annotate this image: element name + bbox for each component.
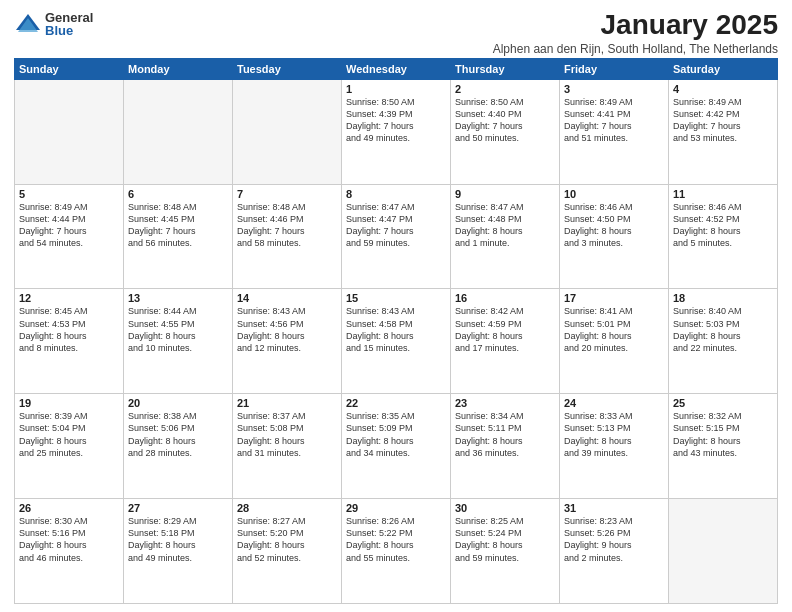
- week-row-0: 1Sunrise: 8:50 AM Sunset: 4:39 PM Daylig…: [15, 79, 778, 184]
- day-info: Sunrise: 8:43 AM Sunset: 4:58 PM Dayligh…: [346, 305, 446, 354]
- calendar-cell: 15Sunrise: 8:43 AM Sunset: 4:58 PM Dayli…: [342, 289, 451, 394]
- calendar-cell: 12Sunrise: 8:45 AM Sunset: 4:53 PM Dayli…: [15, 289, 124, 394]
- day-info: Sunrise: 8:40 AM Sunset: 5:03 PM Dayligh…: [673, 305, 773, 354]
- calendar-cell: 17Sunrise: 8:41 AM Sunset: 5:01 PM Dayli…: [560, 289, 669, 394]
- day-info: Sunrise: 8:34 AM Sunset: 5:11 PM Dayligh…: [455, 410, 555, 459]
- day-number: 11: [673, 188, 773, 200]
- calendar-cell: 30Sunrise: 8:25 AM Sunset: 5:24 PM Dayli…: [451, 499, 560, 604]
- day-number: 13: [128, 292, 228, 304]
- col-sunday: Sunday: [15, 58, 124, 79]
- calendar-cell: 27Sunrise: 8:29 AM Sunset: 5:18 PM Dayli…: [124, 499, 233, 604]
- day-number: 18: [673, 292, 773, 304]
- day-number: 16: [455, 292, 555, 304]
- day-number: 22: [346, 397, 446, 409]
- day-number: 30: [455, 502, 555, 514]
- day-info: Sunrise: 8:35 AM Sunset: 5:09 PM Dayligh…: [346, 410, 446, 459]
- day-info: Sunrise: 8:46 AM Sunset: 4:52 PM Dayligh…: [673, 201, 773, 250]
- day-info: Sunrise: 8:47 AM Sunset: 4:47 PM Dayligh…: [346, 201, 446, 250]
- day-info: Sunrise: 8:32 AM Sunset: 5:15 PM Dayligh…: [673, 410, 773, 459]
- day-number: 10: [564, 188, 664, 200]
- calendar-cell: [669, 499, 778, 604]
- week-row-4: 26Sunrise: 8:30 AM Sunset: 5:16 PM Dayli…: [15, 499, 778, 604]
- day-info: Sunrise: 8:29 AM Sunset: 5:18 PM Dayligh…: [128, 515, 228, 564]
- col-monday: Monday: [124, 58, 233, 79]
- day-number: 23: [455, 397, 555, 409]
- logo: General Blue: [14, 10, 93, 38]
- calendar-cell: 1Sunrise: 8:50 AM Sunset: 4:39 PM Daylig…: [342, 79, 451, 184]
- day-number: 4: [673, 83, 773, 95]
- day-number: 8: [346, 188, 446, 200]
- calendar-cell: 21Sunrise: 8:37 AM Sunset: 5:08 PM Dayli…: [233, 394, 342, 499]
- day-number: 2: [455, 83, 555, 95]
- day-info: Sunrise: 8:42 AM Sunset: 4:59 PM Dayligh…: [455, 305, 555, 354]
- day-info: Sunrise: 8:27 AM Sunset: 5:20 PM Dayligh…: [237, 515, 337, 564]
- header-row: Sunday Monday Tuesday Wednesday Thursday…: [15, 58, 778, 79]
- calendar-cell: 4Sunrise: 8:49 AM Sunset: 4:42 PM Daylig…: [669, 79, 778, 184]
- day-info: Sunrise: 8:47 AM Sunset: 4:48 PM Dayligh…: [455, 201, 555, 250]
- calendar-cell: [124, 79, 233, 184]
- day-number: 15: [346, 292, 446, 304]
- day-info: Sunrise: 8:23 AM Sunset: 5:26 PM Dayligh…: [564, 515, 664, 564]
- day-number: 24: [564, 397, 664, 409]
- header: General Blue January 2025 Alphen aan den…: [14, 10, 778, 56]
- day-info: Sunrise: 8:48 AM Sunset: 4:45 PM Dayligh…: [128, 201, 228, 250]
- calendar-cell: 29Sunrise: 8:26 AM Sunset: 5:22 PM Dayli…: [342, 499, 451, 604]
- day-number: 29: [346, 502, 446, 514]
- calendar-cell: 8Sunrise: 8:47 AM Sunset: 4:47 PM Daylig…: [342, 184, 451, 289]
- day-number: 3: [564, 83, 664, 95]
- day-info: Sunrise: 8:44 AM Sunset: 4:55 PM Dayligh…: [128, 305, 228, 354]
- day-number: 1: [346, 83, 446, 95]
- calendar-cell: 28Sunrise: 8:27 AM Sunset: 5:20 PM Dayli…: [233, 499, 342, 604]
- calendar-cell: [15, 79, 124, 184]
- day-info: Sunrise: 8:50 AM Sunset: 4:39 PM Dayligh…: [346, 96, 446, 145]
- day-number: 21: [237, 397, 337, 409]
- calendar-cell: 19Sunrise: 8:39 AM Sunset: 5:04 PM Dayli…: [15, 394, 124, 499]
- calendar-subtitle: Alphen aan den Rijn, South Holland, The …: [493, 42, 778, 56]
- page: General Blue January 2025 Alphen aan den…: [0, 0, 792, 612]
- calendar-cell: 7Sunrise: 8:48 AM Sunset: 4:46 PM Daylig…: [233, 184, 342, 289]
- day-info: Sunrise: 8:49 AM Sunset: 4:44 PM Dayligh…: [19, 201, 119, 250]
- calendar-cell: 23Sunrise: 8:34 AM Sunset: 5:11 PM Dayli…: [451, 394, 560, 499]
- calendar-cell: 18Sunrise: 8:40 AM Sunset: 5:03 PM Dayli…: [669, 289, 778, 394]
- logo-blue: Blue: [45, 24, 93, 37]
- calendar-table: Sunday Monday Tuesday Wednesday Thursday…: [14, 58, 778, 604]
- day-info: Sunrise: 8:43 AM Sunset: 4:56 PM Dayligh…: [237, 305, 337, 354]
- day-info: Sunrise: 8:41 AM Sunset: 5:01 PM Dayligh…: [564, 305, 664, 354]
- calendar-cell: 24Sunrise: 8:33 AM Sunset: 5:13 PM Dayli…: [560, 394, 669, 499]
- logo-icon: [14, 10, 42, 38]
- day-number: 17: [564, 292, 664, 304]
- day-number: 20: [128, 397, 228, 409]
- day-number: 6: [128, 188, 228, 200]
- calendar-cell: 16Sunrise: 8:42 AM Sunset: 4:59 PM Dayli…: [451, 289, 560, 394]
- calendar-cell: 14Sunrise: 8:43 AM Sunset: 4:56 PM Dayli…: [233, 289, 342, 394]
- day-number: 28: [237, 502, 337, 514]
- day-info: Sunrise: 8:25 AM Sunset: 5:24 PM Dayligh…: [455, 515, 555, 564]
- day-number: 27: [128, 502, 228, 514]
- day-number: 31: [564, 502, 664, 514]
- day-info: Sunrise: 8:30 AM Sunset: 5:16 PM Dayligh…: [19, 515, 119, 564]
- calendar-cell: 26Sunrise: 8:30 AM Sunset: 5:16 PM Dayli…: [15, 499, 124, 604]
- calendar-cell: 3Sunrise: 8:49 AM Sunset: 4:41 PM Daylig…: [560, 79, 669, 184]
- calendar-title: January 2025: [493, 10, 778, 41]
- title-block: January 2025 Alphen aan den Rijn, South …: [493, 10, 778, 56]
- calendar-cell: 31Sunrise: 8:23 AM Sunset: 5:26 PM Dayli…: [560, 499, 669, 604]
- day-number: 26: [19, 502, 119, 514]
- calendar-cell: 9Sunrise: 8:47 AM Sunset: 4:48 PM Daylig…: [451, 184, 560, 289]
- week-row-3: 19Sunrise: 8:39 AM Sunset: 5:04 PM Dayli…: [15, 394, 778, 499]
- col-wednesday: Wednesday: [342, 58, 451, 79]
- day-number: 14: [237, 292, 337, 304]
- calendar-cell: [233, 79, 342, 184]
- calendar-cell: 22Sunrise: 8:35 AM Sunset: 5:09 PM Dayli…: [342, 394, 451, 499]
- day-info: Sunrise: 8:38 AM Sunset: 5:06 PM Dayligh…: [128, 410, 228, 459]
- day-info: Sunrise: 8:49 AM Sunset: 4:41 PM Dayligh…: [564, 96, 664, 145]
- calendar-cell: 6Sunrise: 8:48 AM Sunset: 4:45 PM Daylig…: [124, 184, 233, 289]
- calendar-cell: 20Sunrise: 8:38 AM Sunset: 5:06 PM Dayli…: [124, 394, 233, 499]
- week-row-1: 5Sunrise: 8:49 AM Sunset: 4:44 PM Daylig…: [15, 184, 778, 289]
- day-info: Sunrise: 8:45 AM Sunset: 4:53 PM Dayligh…: [19, 305, 119, 354]
- col-friday: Friday: [560, 58, 669, 79]
- day-number: 5: [19, 188, 119, 200]
- calendar-cell: 25Sunrise: 8:32 AM Sunset: 5:15 PM Dayli…: [669, 394, 778, 499]
- day-info: Sunrise: 8:50 AM Sunset: 4:40 PM Dayligh…: [455, 96, 555, 145]
- calendar-cell: 11Sunrise: 8:46 AM Sunset: 4:52 PM Dayli…: [669, 184, 778, 289]
- logo-text: General Blue: [45, 11, 93, 37]
